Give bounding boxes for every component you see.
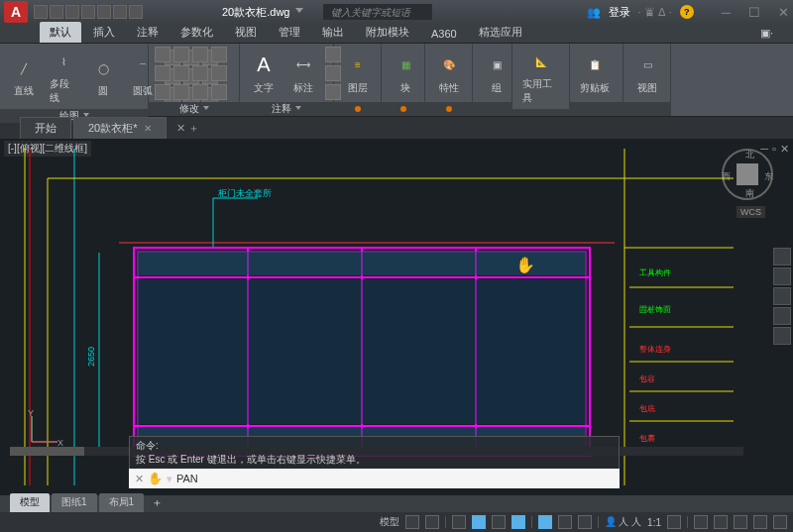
close-button[interactable]: ✕ xyxy=(778,5,789,20)
nav-wheel-icon[interactable] xyxy=(773,248,791,266)
minimize-button[interactable]: ─ xyxy=(722,5,731,20)
dimension-text: 2650 xyxy=(86,347,96,367)
gear-icon[interactable] xyxy=(667,515,681,529)
panel-modify-title: 修改 xyxy=(179,102,199,116)
polar-toggle-icon[interactable] xyxy=(472,515,486,529)
layout-tab-1[interactable]: 图纸1 xyxy=(52,493,97,512)
circle-button[interactable]: ◯圆 xyxy=(85,53,121,100)
annotation-text: 柜门未全套所 xyxy=(217,188,272,198)
clipboard-button[interactable]: 📋剪贴板 xyxy=(576,50,614,97)
otrack-toggle-icon[interactable] xyxy=(538,515,552,529)
status-scale[interactable]: 1:1 xyxy=(647,517,661,528)
qat-new-icon[interactable] xyxy=(34,5,48,19)
doc-tab-file[interactable]: 20款衣柜*✕ xyxy=(73,117,167,139)
svg-text:固桩饰面: 固桩饰面 xyxy=(639,305,671,314)
lineweight-toggle-icon[interactable] xyxy=(558,515,572,529)
ribbon-tabs: 默认 插入 注释 参数化 视图 管理 输出 附加模块 A360 精选应用 ▣· xyxy=(0,24,793,44)
svg-text:包底: 包底 xyxy=(639,404,655,413)
transparency-toggle-icon[interactable] xyxy=(578,515,592,529)
modify-tool-icon[interactable] xyxy=(173,47,189,62)
svg-rect-19 xyxy=(138,279,586,424)
layout-add-button[interactable]: ＋ xyxy=(146,493,169,512)
nav-pan-icon[interactable] xyxy=(773,267,791,285)
dim-button[interactable]: ⟷标注 xyxy=(285,50,321,97)
qat-save-icon[interactable] xyxy=(65,5,79,19)
tab-default[interactable]: 默认 xyxy=(40,22,81,43)
layout-tab-2[interactable]: 布局1 xyxy=(99,493,145,512)
layout-tab-model[interactable]: 模型 xyxy=(10,493,50,512)
nav-showmotion-icon[interactable] xyxy=(773,327,791,345)
status-tool-icon[interactable] xyxy=(753,515,767,529)
svg-text:包容: 包容 xyxy=(639,374,655,383)
vp-restore-icon[interactable]: ▫ xyxy=(772,143,776,156)
modify-tool-icon[interactable] xyxy=(211,47,227,62)
modify-tool-icon[interactable] xyxy=(155,65,170,81)
qat-redo-icon[interactable] xyxy=(129,5,143,19)
tab-output[interactable]: 输出 xyxy=(312,22,354,43)
snap-toggle-icon[interactable] xyxy=(425,515,439,529)
maximize-button[interactable]: ☐ xyxy=(748,5,760,20)
block-button[interactable]: ▦块 xyxy=(388,50,423,97)
nav-orbit-icon[interactable] xyxy=(773,307,791,325)
command-line[interactable]: 命令: 按 Esc 或 Enter 键退出，或单击右键显示快捷菜单。 ✕ ✋ ▾… xyxy=(129,436,620,488)
status-model[interactable]: 模型 xyxy=(380,515,399,529)
cmd-close-icon[interactable]: ✕ xyxy=(135,473,144,485)
window-title: 20款衣柜.dwg xyxy=(222,5,289,20)
doc-tab-start[interactable]: 开始 xyxy=(20,117,71,139)
osnap-toggle-icon[interactable] xyxy=(511,515,525,529)
nav-zoom-icon[interactable] xyxy=(773,287,791,305)
tab-expand-icon[interactable]: ▣· xyxy=(750,24,783,43)
qat-open-icon[interactable] xyxy=(50,5,63,19)
tab-manage[interactable]: 管理 xyxy=(269,22,310,43)
modify-tool-icon[interactable] xyxy=(173,65,189,81)
view-button[interactable]: ▭视图 xyxy=(629,50,665,97)
tab-insert[interactable]: 插入 xyxy=(83,22,125,43)
tab-a360[interactable]: A360 xyxy=(421,25,467,43)
status-tool-icon[interactable] xyxy=(734,515,747,529)
svg-rect-18 xyxy=(138,252,586,275)
layer-button[interactable]: ≡图层 xyxy=(340,50,376,97)
status-tool-icon[interactable] xyxy=(694,515,708,529)
navigation-bar xyxy=(773,248,791,345)
isodraft-toggle-icon[interactable] xyxy=(492,515,506,529)
line-button[interactable]: ╱直线 xyxy=(6,53,42,100)
new-tab-button[interactable]: ✕ ＋ xyxy=(169,118,207,139)
qat-undo-icon[interactable] xyxy=(113,5,127,19)
tab-annotate[interactable]: 注释 xyxy=(127,22,169,43)
polyline-button[interactable]: ⌇多段线 xyxy=(46,46,81,107)
modify-tool-icon[interactable] xyxy=(173,84,189,100)
modify-tool-icon[interactable] xyxy=(211,84,227,100)
modify-tool-icon[interactable] xyxy=(192,84,208,100)
tab-view[interactable]: 视图 xyxy=(225,22,267,43)
modify-tool-icon[interactable] xyxy=(155,47,170,62)
search-input[interactable]: 键入关键字或短语 xyxy=(323,4,432,20)
qat-saveas-icon[interactable] xyxy=(81,5,95,19)
ortho-toggle-icon[interactable] xyxy=(452,515,466,529)
tab-parametric[interactable]: 参数化 xyxy=(170,22,223,43)
help-icon[interactable]: ? xyxy=(680,5,694,19)
svg-text:包裹: 包裹 xyxy=(639,434,655,443)
close-icon[interactable]: ✕ xyxy=(144,123,152,134)
modify-tool-icon[interactable] xyxy=(155,84,170,100)
util-button[interactable]: 📐实用工具 xyxy=(518,46,563,107)
login-link[interactable]: 登录 xyxy=(609,5,630,20)
modify-tool-icon[interactable] xyxy=(192,65,208,81)
layout-tabs: 模型 图纸1 布局1 ＋ xyxy=(10,493,169,512)
svg-text:整体连身: 整体连身 xyxy=(639,345,671,354)
drawing-content: 2650 柜门未全套所 工具构件 固桩饰面 整体连身 xyxy=(10,149,743,485)
title-dropdown-icon[interactable] xyxy=(295,8,303,16)
grid-toggle-icon[interactable] xyxy=(405,515,419,529)
qat-plot-icon[interactable] xyxy=(97,5,111,19)
group-button[interactable]: ▣组 xyxy=(479,50,514,97)
text-button[interactable]: A文字 xyxy=(246,50,282,97)
status-menu-icon[interactable] xyxy=(773,515,787,529)
tab-addins[interactable]: 附加模块 xyxy=(356,22,419,43)
app-icon[interactable]: A xyxy=(4,1,28,23)
tab-featured[interactable]: 精选应用 xyxy=(469,22,532,43)
user-icon[interactable]: 👥 xyxy=(587,6,601,19)
vp-close-icon[interactable]: ✕ xyxy=(780,143,789,156)
modify-tool-icon[interactable] xyxy=(192,47,208,62)
status-tool-icon[interactable] xyxy=(714,515,728,529)
modify-tool-icon[interactable] xyxy=(211,65,227,81)
props-button[interactable]: 🎨特性 xyxy=(431,50,467,97)
